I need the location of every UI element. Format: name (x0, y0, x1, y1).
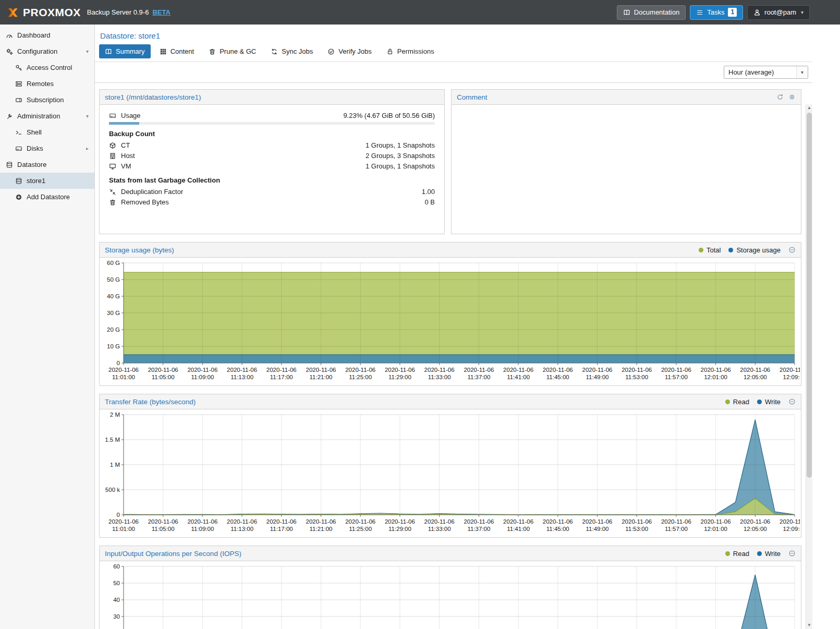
legend-label: Total (707, 246, 721, 254)
svg-text:2020-11-06: 2020-11-06 (424, 367, 455, 373)
row-label: Deduplication Factor (121, 188, 183, 196)
svg-text:11:41:00: 11:41:00 (507, 374, 530, 380)
svg-text:2020-11-06: 2020-11-06 (503, 367, 533, 373)
comment-panel-body[interactable] (452, 105, 801, 234)
svg-text:2020-11-06: 2020-11-06 (266, 367, 297, 373)
remotes-icon (15, 80, 22, 88)
vertical-scrollbar[interactable]: ▲ ▼ (806, 104, 812, 629)
sidebar-item-datastore[interactable]: Datastore (0, 156, 94, 173)
usage-progress-bar (109, 122, 435, 125)
compress-icon (109, 188, 116, 196)
scrollbar-thumb[interactable] (807, 113, 812, 478)
svg-text:11:01:00: 11:01:00 (112, 374, 135, 380)
svg-text:2020-11-06: 2020-11-06 (187, 518, 217, 525)
svg-text:11:05:00: 11:05:00 (152, 526, 175, 532)
tab-prune-gc[interactable]: Prune & GC (203, 44, 262, 58)
tab-summary[interactable]: Summary (99, 44, 151, 58)
legend-item-read[interactable]: Read (725, 398, 749, 406)
sidebar-item-configuration[interactable]: Configuration▾ (0, 43, 94, 59)
database-icon (15, 177, 22, 185)
svg-text:2020-11-06: 2020-11-06 (108, 518, 139, 525)
svg-text:2020-11-06: 2020-11-06 (701, 518, 731, 525)
legend-item-storage-usage[interactable]: Storage usage (728, 246, 781, 254)
tab-label: Verify Jobs (338, 47, 372, 55)
svg-text:11:45:00: 11:45:00 (546, 374, 569, 380)
svg-text:2020-11-06: 2020-11-06 (661, 367, 691, 373)
svg-text:2020-11-06: 2020-11-06 (148, 367, 178, 373)
sidebar-item-label: Dashboard (17, 31, 51, 39)
sidebar-item-disks[interactable]: Disks▸ (0, 140, 94, 156)
user-menu-label: root@pam (764, 8, 796, 16)
svg-text:11:37:00: 11:37:00 (467, 526, 490, 532)
svg-text:2020-11-06: 2020-11-06 (108, 367, 139, 373)
svg-text:11:09:00: 11:09:00 (191, 526, 214, 532)
svg-text:11:57:00: 11:57:00 (665, 374, 688, 380)
svg-text:2020-11-06: 2020-11-06 (464, 518, 494, 525)
usage-label: Usage (121, 112, 141, 119)
tab-sync-jobs[interactable]: Sync Jobs (265, 44, 319, 58)
scroll-up-arrow[interactable]: ▲ (806, 104, 812, 112)
caret-right-icon[interactable]: ▸ (86, 146, 89, 151)
sidebar-item-store1[interactable]: store1 (0, 173, 94, 189)
caret-down-icon[interactable]: ▾ (86, 49, 89, 54)
svg-text:0: 0 (117, 512, 120, 518)
chart-canvas: 0500 k1 M1.5 M2 M2020-11-0611:01:002020-… (101, 410, 800, 535)
svg-text:2020-11-06: 2020-11-06 (306, 367, 336, 373)
sidebar-item-dashboard[interactable]: Dashboard (0, 27, 94, 43)
refresh-icon[interactable] (776, 93, 784, 101)
storage-usage-bytes-panel: Storage usage (bytes)TotalStorage usage0… (99, 242, 801, 386)
sidebar-item-remotes[interactable]: Remotes (0, 76, 94, 92)
svg-text:2 M: 2 M (110, 412, 120, 418)
summary-content: store1 (/mnt/datastores/store1) Usage9.2… (95, 83, 812, 629)
collapse-icon[interactable] (788, 398, 796, 405)
collapse-icon[interactable] (788, 550, 796, 557)
svg-text:12:09:00: 12:09:00 (783, 374, 800, 380)
combo-trigger-icon[interactable]: ▾ (796, 66, 808, 78)
sidebar-item-add-datastore[interactable]: Add Datastore (0, 189, 94, 205)
svg-text:2020-11-06: 2020-11-06 (622, 518, 652, 525)
svg-text:11:37:00: 11:37:00 (467, 374, 490, 380)
usage-value: 9.23% (4.67 GiB of 50.56 GiB) (343, 112, 435, 119)
beta-link[interactable]: BETA (152, 8, 170, 16)
user-icon (753, 9, 761, 16)
user-menu-button[interactable]: root@pam ▾ (747, 5, 810, 20)
svg-text:0: 0 (117, 360, 120, 366)
sidebar-item-subscription[interactable]: Subscription (0, 92, 94, 108)
row-value: 0 B (424, 198, 435, 206)
sidebar-item-shell[interactable]: Shell (0, 124, 94, 140)
key-icon (15, 64, 22, 71)
tab-bar: SummaryContentPrune & GCSync JobsVerify … (95, 44, 812, 62)
sidebar-item-label: Disks (27, 144, 43, 152)
datastore-summary-panel: store1 (/mnt/datastores/store1) Usage9.2… (99, 89, 445, 234)
collapse-icon[interactable] (788, 246, 796, 253)
documentation-button[interactable]: Documentation (617, 5, 686, 20)
plus-icon (15, 193, 22, 201)
sidebar-item-administration[interactable]: Administration▾ (0, 108, 94, 124)
datastore-summary-header: store1 (/mnt/datastores/store1) (100, 90, 444, 105)
svg-text:11:57:00: 11:57:00 (665, 526, 688, 532)
sidebar-item-access-control[interactable]: Access Control (0, 59, 94, 76)
tab-content[interactable]: Content (154, 44, 200, 58)
svg-text:2020-11-06: 2020-11-06 (582, 518, 613, 525)
tab-permissions[interactable]: Permissions (381, 44, 440, 58)
row-value: 1 Groups, 1 Snapshots (366, 162, 435, 170)
legend-label: Write (765, 550, 781, 558)
legend-item-write[interactable]: Write (757, 550, 781, 558)
sidebar-item-label: Access Control (27, 64, 72, 71)
caret-down-icon[interactable]: ▾ (86, 113, 89, 119)
scroll-down-arrow[interactable]: ▼ (806, 622, 812, 629)
legend-item-total[interactable]: Total (699, 246, 721, 254)
legend-label: Write (765, 398, 781, 406)
tab-verify-jobs[interactable]: Verify Jobs (322, 44, 378, 58)
gear-icon[interactable] (788, 93, 796, 101)
legend-label: Storage usage (736, 246, 781, 254)
legend-item-write[interactable]: Write (757, 398, 781, 406)
timeframe-select[interactable]: Hour (average) ▾ (724, 66, 808, 79)
svg-text:11:29:00: 11:29:00 (388, 526, 411, 532)
usage-row: Usage9.23% (4.67 GiB of 50.56 GiB) (109, 111, 435, 120)
tasks-icon (696, 9, 703, 16)
tasks-button[interactable]: Tasks 1 (690, 5, 743, 20)
legend-item-read[interactable]: Read (725, 550, 749, 558)
svg-text:1 M: 1 M (110, 462, 120, 468)
svg-text:30 G: 30 G (107, 310, 120, 316)
